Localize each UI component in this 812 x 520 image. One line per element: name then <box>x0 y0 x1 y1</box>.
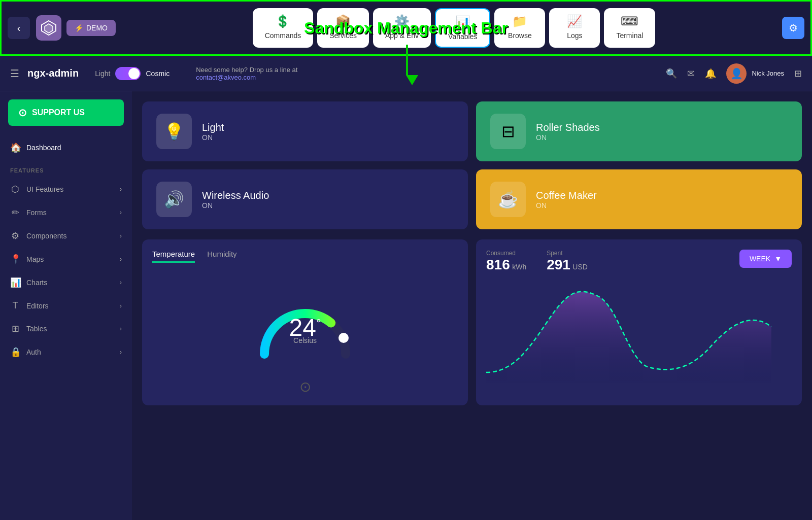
sidebar-item-dashboard[interactable]: 🏠 Dashboard <box>0 136 132 159</box>
sidebar-item-ui-features[interactable]: ⬡ UI Features › <box>0 178 132 201</box>
roller-shades-info: Roller Shades ON <box>536 122 600 142</box>
support-us-button[interactable]: ⊙ SUPPORT US <box>8 99 124 126</box>
gauge-container: 24° Celsius <box>152 273 458 374</box>
settings-button[interactable]: ⚙ <box>782 17 804 39</box>
logo-icon <box>36 15 61 41</box>
roller-shades-title: Roller Shades <box>536 122 600 133</box>
gauge-value: 24° Celsius <box>289 314 321 344</box>
chevron-right-icon-5: › <box>120 279 122 286</box>
hamburger-icon[interactable]: ☰ <box>10 67 19 80</box>
dropdown-arrow-icon: ▼ <box>774 255 782 263</box>
sidebar-item-components[interactable]: ⚙ Components › <box>0 224 132 248</box>
sidebar-item-maps[interactable]: 📍 Maps › <box>0 248 132 271</box>
thermostat-control[interactable]: ⊙ <box>152 378 458 395</box>
tab-commands[interactable]: 💲 Commands <box>253 8 314 48</box>
sidebar-label-auth: Auth <box>26 348 114 356</box>
ui-features-icon: ⬡ <box>10 184 20 195</box>
tab-variables[interactable]: 📊 Variables <box>435 8 490 48</box>
demo-button[interactable]: ⚡ DEMO <box>66 20 116 36</box>
help-text: Need some help? Drop us a line at contac… <box>196 66 666 81</box>
tab-terminal[interactable]: ⌨ Terminal <box>604 8 655 48</box>
consumed-value: 816 <box>486 257 510 272</box>
light-title: Light <box>202 122 224 133</box>
tab-humidity[interactable]: Humidity <box>207 250 236 263</box>
svg-marker-1 <box>45 24 53 33</box>
week-button[interactable]: WEEK ▼ <box>739 250 792 268</box>
tab-logs[interactable]: 📈 Logs <box>549 8 600 48</box>
components-icon: ⚙ <box>10 230 20 241</box>
coffee-maker-icon: ☕ <box>490 182 526 217</box>
charts-icon: 📊 <box>10 277 20 288</box>
app-env-icon: ⚙️ <box>394 14 410 28</box>
sidebar-label-maps: Maps <box>26 255 114 263</box>
spent-unit: USD <box>572 263 588 271</box>
chevron-right-icon-8: › <box>120 349 122 356</box>
roller-shades-icon: ⊟ <box>490 114 526 149</box>
main-content: 💡 Light ON ⊟ Roller Shades ON 🔊 Wireless… <box>132 91 812 520</box>
toggle-knob <box>128 68 140 79</box>
energy-header: Consumed 816 kWh Spent 291 USD <box>486 250 792 273</box>
bell-icon[interactable]: 🔔 <box>705 68 716 79</box>
sidebar-label-charts: Charts <box>26 279 114 287</box>
browse-icon: 📁 <box>512 14 527 28</box>
wireless-audio-icon: 🔊 <box>156 182 192 217</box>
sidebar-item-charts[interactable]: 📊 Charts › <box>0 271 132 294</box>
consumed-value-row: 816 kWh <box>486 257 526 273</box>
editors-icon: T <box>10 300 20 311</box>
app-title: ngx-admin <box>27 67 79 79</box>
sandbox-bar: ‹ ⚡ DEMO 💲 Commands 📦 Services ⚙️ App & … <box>0 0 812 56</box>
avatar: 👤 <box>726 63 747 84</box>
theme-cosmic-label: Cosmic <box>146 70 170 78</box>
theme-toggle: Light Cosmic <box>95 67 170 80</box>
coffee-maker-status: ON <box>536 201 597 210</box>
chevron-right-icon-2: › <box>120 209 122 216</box>
grid-icon[interactable]: ⊞ <box>794 68 802 79</box>
sidebar: ⊙ SUPPORT US 🏠 Dashboard FEATURES ⬡ UI F… <box>0 91 132 520</box>
sidebar-item-editors[interactable]: T Editors › <box>0 294 132 317</box>
spent-stat: Spent 291 USD <box>547 250 588 273</box>
mail-icon[interactable]: ✉ <box>687 68 695 79</box>
back-button[interactable]: ‹ <box>8 17 30 39</box>
maps-icon: 📍 <box>10 254 20 265</box>
energy-panel: Consumed 816 kWh Spent 291 USD <box>476 239 802 405</box>
tab-app-env[interactable]: ⚙️ App & Env <box>373 8 431 48</box>
wireless-audio-status: ON <box>202 201 269 210</box>
variables-icon: 📊 <box>455 15 470 29</box>
wireless-audio-card[interactable]: 🔊 Wireless Audio ON <box>142 169 468 229</box>
terminal-icon: ⌨ <box>621 14 638 28</box>
dashboard-icon: 🏠 <box>10 142 20 153</box>
energy-stats: Consumed 816 kWh Spent 291 USD <box>486 250 588 273</box>
header-icons: 🔍 ✉ 🔔 👤 Nick Jones ⊞ <box>666 63 802 84</box>
light-status: ON <box>202 133 224 142</box>
sidebar-item-tables[interactable]: ⊞ Tables › <box>0 317 132 340</box>
sidebar-label-components: Components <box>26 232 114 240</box>
light-card[interactable]: 💡 Light ON <box>142 101 468 161</box>
theme-switch[interactable] <box>115 67 141 80</box>
spent-label: Spent <box>547 250 588 257</box>
commands-icon: 💲 <box>275 14 290 28</box>
user-name: Nick Jones <box>752 70 784 77</box>
tab-services[interactable]: 📦 Services <box>317 8 369 48</box>
energy-chart-svg <box>486 281 792 383</box>
roller-shades-card[interactable]: ⊟ Roller Shades ON <box>476 101 802 161</box>
help-email-link[interactable]: contact@akveo.com <box>196 74 256 81</box>
main-layout: ⊙ SUPPORT US 🏠 Dashboard FEATURES ⬡ UI F… <box>0 91 812 520</box>
consumed-unit: kWh <box>512 263 526 271</box>
tab-temperature[interactable]: Temperature <box>152 250 195 263</box>
sidebar-item-auth[interactable]: 🔒 Auth › <box>0 340 132 364</box>
consumed-stat: Consumed 816 kWh <box>486 250 526 273</box>
smart-cards-grid: 💡 Light ON ⊟ Roller Shades ON 🔊 Wireless… <box>142 101 802 229</box>
light-info: Light ON <box>202 122 224 142</box>
chevron-right-icon-7: › <box>120 325 122 332</box>
chevron-right-icon-6: › <box>120 302 122 309</box>
chevron-right-icon-3: › <box>120 232 122 239</box>
tab-browse[interactable]: 📁 Browse <box>494 8 545 48</box>
spent-value: 291 <box>547 257 570 272</box>
temp-tabs: Temperature Humidity <box>152 250 458 263</box>
wireless-audio-info: Wireless Audio ON <box>202 190 269 210</box>
forms-icon: ✏ <box>10 207 20 218</box>
sidebar-item-forms[interactable]: ✏ Forms › <box>0 201 132 224</box>
coffee-maker-card[interactable]: ☕ Coffee Maker ON <box>476 169 802 229</box>
sidebar-label-editors: Editors <box>26 302 114 310</box>
search-icon[interactable]: 🔍 <box>666 68 677 79</box>
